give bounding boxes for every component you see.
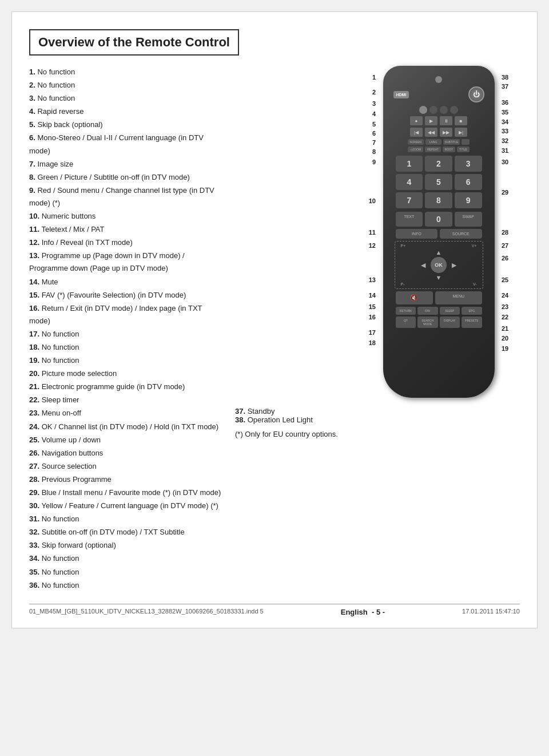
q-btn[interactable]: Q? — [396, 316, 416, 328]
screen-btn[interactable]: SCREEN — [408, 139, 424, 145]
func-btn-4[interactable] — [462, 139, 470, 145]
list-item: 2. No function — [29, 79, 224, 92]
text-btn[interactable]: TEXT — [396, 212, 423, 227]
callout-num-right-26: 26 — [502, 255, 520, 262]
p-minus-label: P- — [401, 282, 405, 286]
list-item: 20. Picture mode selection — [29, 367, 224, 380]
list-item: 10. Numeric buttons — [29, 210, 224, 223]
num-2[interactable]: 2 — [425, 156, 452, 172]
callout-num-right-23: 23 — [502, 303, 520, 310]
color-btn-2[interactable] — [429, 106, 437, 114]
list-item: 12. Info / Reveal (in TXT mode) — [29, 236, 224, 249]
search-mode-btn[interactable]: SEARCH MODE — [417, 316, 438, 328]
nav-left[interactable]: ◀ — [416, 257, 431, 273]
list-item: 4. Rapid reverse — [29, 105, 224, 118]
transport-pause[interactable]: ⏸ — [440, 116, 452, 125]
callout-num-left-4: 4 — [360, 110, 376, 117]
page-title: Overview of the Remote Control — [29, 29, 239, 56]
list-item: 31. No function — [29, 513, 224, 525]
v-plus-label: V+ — [472, 244, 477, 248]
transport-stop[interactable]: ● — [410, 116, 423, 125]
callout-num-right-27: 27 — [502, 242, 520, 249]
title-btn[interactable]: TITLE — [457, 147, 470, 152]
q-search-display-presets-row: Q? SEARCH MODE DISPLAY PRESETS — [396, 316, 482, 328]
return-btn[interactable]: RETURN — [396, 307, 416, 315]
callout-num-right-35: 35 — [502, 109, 520, 116]
power-button[interactable]: ⏻ — [468, 86, 484, 102]
numpad: 1 2 3 4 5 6 7 8 9 — [396, 156, 482, 208]
list-item: 7. Image size — [29, 158, 224, 171]
zoom-btn[interactable]: ◁ZOOM — [408, 147, 423, 152]
fav-btn[interactable]: FAV — [417, 307, 438, 315]
menu-btn[interactable]: MENU — [435, 291, 482, 304]
list-item: 27. Source selection — [29, 460, 224, 473]
callout-num-left-15: 15 — [360, 303, 376, 310]
mute-menu-row: 🔇 MENU — [396, 291, 482, 304]
nav-down[interactable]: ▼ — [431, 273, 447, 282]
swap-btn[interactable]: SWAP — [455, 212, 482, 227]
zoom-row: ◁ZOOM REPEAT ROOT TITLE — [391, 147, 487, 152]
return-fav-sleep-epg-row: RETURN FAV SLEEP EPG — [396, 307, 482, 315]
item-list-container: 1. No function2. No function3. No functi… — [29, 66, 224, 592]
num-9[interactable]: 9 — [455, 192, 482, 208]
transport-row-1: ● ▶ ⏸ ■ — [391, 116, 487, 125]
callout-num-right-34: 34 — [502, 118, 520, 125]
callout-num-left-17: 17 — [360, 329, 376, 336]
source-btn[interactable]: SOURCE — [440, 229, 482, 239]
num-0[interactable]: 0 — [425, 212, 452, 227]
bottom-notes: 37. Standby 38. Operation Led Light (*) … — [235, 407, 520, 438]
transport-stop2[interactable]: ■ — [455, 116, 467, 125]
list-item: 8. Green / Picture / Subtitle on-off (in… — [29, 171, 224, 184]
repeat-btn[interactable]: REPEAT — [425, 147, 441, 152]
list-item: 34. No function — [29, 552, 224, 565]
num-5[interactable]: 5 — [425, 174, 452, 190]
list-item: 3. No function — [29, 92, 224, 105]
nav-right[interactable]: ▶ — [447, 257, 462, 273]
list-item: 23. Menu on-off — [29, 407, 224, 419]
sleep-btn[interactable]: SLEEP — [440, 307, 460, 315]
transport-rew[interactable]: ◀◀ — [425, 128, 437, 137]
callout-num-right-36: 36 — [502, 99, 520, 106]
list-item: 21. Electronic programme guide (in DTV m… — [29, 381, 224, 393]
callout-num-right-21: 21 — [502, 325, 520, 332]
num-8[interactable]: 8 — [425, 192, 452, 208]
color-btn-4[interactable] — [450, 106, 458, 114]
epg-btn[interactable]: EPG — [462, 307, 482, 315]
callout-num-right-25: 25 — [502, 276, 520, 283]
color-btn-3[interactable] — [440, 106, 448, 114]
transport-fwd[interactable]: ▶▶ — [440, 128, 452, 137]
ok-button[interactable]: OK — [431, 257, 447, 273]
remote-top-row: HDMI ⏻ — [391, 86, 487, 102]
footer-language: English - 5 - — [341, 608, 385, 616]
transport-rew-end[interactable]: |◀ — [410, 128, 423, 137]
num-3[interactable]: 3 — [455, 156, 482, 172]
transport-fwd-end[interactable]: ▶| — [455, 128, 467, 137]
presets-btn[interactable]: PRESETS — [462, 316, 482, 328]
num-4[interactable]: 4 — [396, 174, 423, 190]
callout-num-left-1: 1 — [360, 74, 376, 81]
color-btn-1[interactable] — [419, 106, 427, 114]
list-item: 17. No function — [29, 328, 224, 341]
list-item: 36. No function — [29, 579, 224, 592]
transport-play[interactable]: ▶ — [425, 116, 437, 125]
num-7[interactable]: 7 — [396, 192, 423, 208]
callout-num-right-37: 37 — [502, 83, 520, 90]
list-item: 26. Navigation buttons — [29, 447, 224, 460]
root-btn[interactable]: ROOT — [443, 147, 455, 152]
subtitle-btn[interactable]: SUBTITLE — [443, 139, 460, 145]
num-1[interactable]: 1 — [396, 156, 423, 172]
mute-btn[interactable]: 🔇 — [396, 291, 433, 304]
nav-up[interactable]: ▲ — [431, 248, 447, 257]
callout-num-right-28: 28 — [502, 229, 520, 236]
callout-num-right-30: 30 — [502, 159, 520, 165]
info-btn[interactable]: INFO — [396, 229, 438, 239]
callout-num-left-9: 9 — [360, 159, 376, 165]
list-item: 5. Skip back (optional) — [29, 118, 224, 131]
display-btn[interactable]: DISPLAY — [440, 316, 460, 328]
list-item: 11. Teletext / Mix / PAT — [29, 223, 224, 236]
lang-btn[interactable]: LANG — [425, 139, 441, 145]
num-6[interactable]: 6 — [455, 174, 482, 190]
list-item: 1. No function — [29, 66, 224, 78]
list-item: 22. Sleep timer — [29, 394, 224, 406]
callout-num-right-29: 29 — [502, 189, 520, 196]
